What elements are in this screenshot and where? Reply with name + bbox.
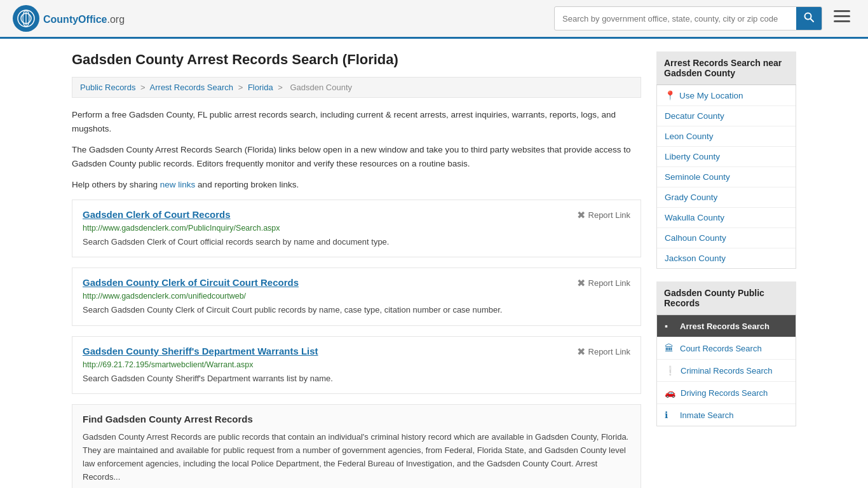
- nearby-county-link-1[interactable]: Leon County: [657, 126, 796, 146]
- breadcrumb-public-records[interactable]: Public Records: [80, 83, 135, 92]
- main-container: Gadsden County Arrest Records Search (Fl…: [59, 39, 809, 488]
- nearby-county-link-3[interactable]: Seminole County: [657, 167, 796, 187]
- header-right: [554, 6, 855, 30]
- resource-title-1[interactable]: Gadsden County Clerk of Circuit Court Re…: [83, 277, 299, 288]
- nearby-county-item: Jackson County: [657, 248, 796, 268]
- breadcrumb-arrest-records-search[interactable]: Arrest Records Search: [150, 83, 234, 92]
- public-records-icon-2: ❕: [665, 365, 675, 376]
- use-my-location-item: 📍Use My Location: [657, 85, 796, 106]
- search-input[interactable]: [555, 9, 796, 29]
- resource-card: Gadsden County Clerk of Circuit Court Re…: [72, 268, 641, 326]
- public-records-item: 🚗Driving Records Search: [657, 382, 796, 404]
- report-icon-0: ✖: [577, 209, 585, 221]
- public-records-icon-0: ▪: [665, 321, 675, 331]
- location-dot-icon: 📍: [665, 90, 675, 100]
- nearby-county-list: 📍Use My LocationDecatur CountyLeon Count…: [656, 85, 796, 269]
- resource-title-2[interactable]: Gadsden County Sheriff's Department Warr…: [83, 346, 318, 356]
- logo-text: CountyOffice.org: [43, 11, 125, 26]
- resource-url-1[interactable]: http://www.gadsdenclerk.com/unifiedcourt…: [83, 292, 630, 301]
- nearby-county-link-5[interactable]: Wakulla County: [657, 208, 796, 227]
- public-records-link-0[interactable]: ▪Arrest Records Search: [657, 315, 796, 337]
- main-content: Gadsden County Arrest Records Search (Fl…: [72, 51, 641, 488]
- find-section-description: Gadsden County Arrest Records are public…: [83, 431, 630, 484]
- public-records-link-3[interactable]: 🚗Driving Records Search: [657, 382, 796, 403]
- svg-rect-6: [834, 10, 850, 12]
- nearby-county-link-4[interactable]: Grady County: [657, 187, 796, 207]
- nearby-county-item: Grady County: [657, 187, 796, 208]
- report-icon-2: ✖: [577, 346, 585, 358]
- report-icon-1: ✖: [577, 277, 585, 289]
- nearby-county-item: Calhoun County: [657, 228, 796, 248]
- public-records-item: ❕Criminal Records Search: [657, 360, 796, 382]
- public-records-icon-4: ℹ: [665, 410, 675, 420]
- new-links-link[interactable]: new links: [160, 180, 196, 189]
- description-3: Help others by sharing new links and rep…: [72, 178, 641, 192]
- public-records-header: Gadsden County Public Records: [656, 281, 796, 315]
- description-1: Perform a free Gadsden County, FL public…: [72, 108, 641, 135]
- nearby-county-item: Decatur County: [657, 106, 796, 126]
- nearby-section: Arrest Records Search near Gadsden Count…: [656, 51, 796, 269]
- find-section: Find Gadsden County Arrest Records Gadsd…: [72, 404, 641, 488]
- resource-card: Gadsden Clerk of Court Records ✖ Report …: [72, 200, 641, 258]
- hamburger-menu-icon[interactable]: [829, 8, 855, 29]
- description-2: The Gadsden County Arrest Records Search…: [72, 143, 641, 170]
- public-records-item: 🏛Court Records Search: [657, 337, 796, 360]
- resource-url-0[interactable]: http://www.gadsdenclerk.com/PublicInquir…: [83, 224, 630, 233]
- public-records-item: ▪Arrest Records Search: [657, 315, 796, 337]
- logo-area: CountyOffice.org: [13, 5, 125, 32]
- page-title: Gadsden County Arrest Records Search (Fl…: [72, 51, 641, 68]
- nearby-county-item: Seminole County: [657, 167, 796, 187]
- resource-title-0[interactable]: Gadsden Clerk of Court Records: [83, 209, 231, 220]
- resource-description-2: Search Gadsden County Sheriff's Departme…: [83, 372, 630, 385]
- nearby-county-link-7[interactable]: Jackson County: [657, 248, 796, 268]
- nearby-county-link-6[interactable]: Calhoun County: [657, 228, 796, 248]
- resource-url-2[interactable]: http://69.21.72.195/smartwebclient/Warra…: [83, 360, 630, 369]
- public-records-link-1[interactable]: 🏛Court Records Search: [657, 337, 796, 359]
- resource-description-0: Search Gadsden Clerk of Court official r…: [83, 236, 630, 248]
- site-header: CountyOffice.org: [0, 0, 868, 39]
- find-section-title: Find Gadsden County Arrest Records: [83, 414, 630, 424]
- public-records-section: Gadsden County Public Records ▪Arrest Re…: [656, 281, 796, 426]
- report-link-2[interactable]: ✖ Report Link: [577, 346, 630, 358]
- search-icon: [804, 12, 814, 22]
- resource-card: Gadsden County Sheriff's Department Warr…: [72, 336, 641, 395]
- report-link-0[interactable]: ✖ Report Link: [577, 209, 630, 221]
- sidebar: Arrest Records Search near Gadsden Count…: [656, 51, 796, 488]
- resources-container: Gadsden Clerk of Court Records ✖ Report …: [72, 200, 641, 395]
- public-records-item: ℹInmate Search: [657, 404, 796, 426]
- nearby-county-link-2[interactable]: Liberty County: [657, 147, 796, 166]
- logo-icon: [13, 5, 39, 32]
- use-my-location-link[interactable]: 📍Use My Location: [657, 85, 796, 105]
- public-records-link-4[interactable]: ℹInmate Search: [657, 404, 796, 426]
- resource-description-1: Search Gadsden County Clerk of Circuit C…: [83, 304, 630, 316]
- nearby-county-item: Leon County: [657, 126, 796, 147]
- public-records-icon-3: 🚗: [665, 388, 675, 398]
- breadcrumb-current: Gadsden County: [290, 83, 353, 92]
- nearby-header: Arrest Records Search near Gadsden Count…: [656, 51, 796, 85]
- breadcrumb: Public Records > Arrest Records Search >…: [72, 77, 641, 98]
- public-records-list: ▪Arrest Records Search🏛Court Records Sea…: [656, 315, 796, 426]
- svg-rect-7: [834, 15, 850, 17]
- breadcrumb-florida[interactable]: Florida: [248, 83, 273, 92]
- nearby-county-link-0[interactable]: Decatur County: [657, 106, 796, 126]
- report-link-1[interactable]: ✖ Report Link: [577, 277, 630, 289]
- nearby-county-item: Wakulla County: [657, 208, 796, 228]
- search-button[interactable]: [796, 7, 822, 30]
- nearby-county-item: Liberty County: [657, 147, 796, 167]
- svg-rect-8: [834, 20, 850, 22]
- search-bar: [554, 6, 822, 30]
- public-records-link-2[interactable]: ❕Criminal Records Search: [657, 360, 796, 381]
- svg-line-5: [811, 19, 814, 22]
- public-records-icon-1: 🏛: [665, 343, 675, 353]
